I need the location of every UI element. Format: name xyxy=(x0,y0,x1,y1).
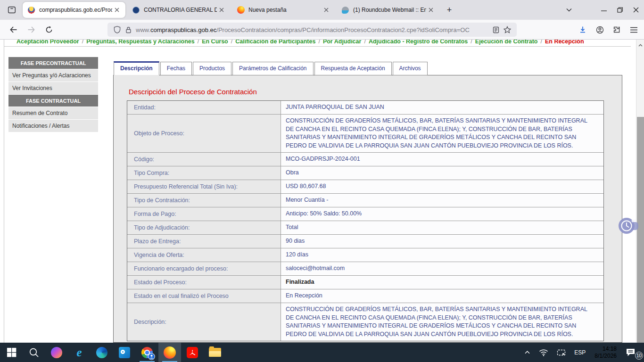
sidebar: FASE PRECONTRACTUALVer Preguntas y/ó Acl… xyxy=(8,57,98,132)
minimize-button[interactable] xyxy=(596,0,612,20)
row-value: saloceci@hotmail.com xyxy=(281,262,603,275)
tab-close-icon[interactable] xyxy=(217,5,226,15)
firefox-favicon xyxy=(237,6,245,14)
extensions-icon[interactable] xyxy=(609,22,624,37)
row-label: Entidad: xyxy=(127,101,281,114)
floating-timer-widget[interactable] xyxy=(617,215,638,237)
reload-icon[interactable] xyxy=(41,22,57,37)
table-row: Entidad:JUNTA PARROQUIAL DE SAN JUAN xyxy=(127,101,603,115)
table-row: Vigencia de Oferta:120 días xyxy=(127,248,603,262)
breadcrumb-link[interactable]: Por Adjudicar xyxy=(323,40,362,45)
sidebar-item[interactable]: Ver Invitaciones xyxy=(8,82,98,94)
file-explorer-taskbar-icon[interactable] xyxy=(204,343,226,362)
shield-icon[interactable] xyxy=(111,25,123,35)
breadcrumb-separator: / xyxy=(537,40,545,45)
firefox-view-icon[interactable] xyxy=(5,3,19,17)
sidebar-item[interactable]: Ver Preguntas y/ó Aclaraciones xyxy=(8,69,98,82)
tab-close-icon[interactable] xyxy=(322,5,331,15)
bookmark-star-icon[interactable] xyxy=(502,25,513,35)
row-value: CONSTRUCCIÓN DE GRADERÍOS METÁLICOS, BAR… xyxy=(281,115,603,152)
wifi-icon[interactable] xyxy=(535,343,553,362)
content-tab[interactable]: Archivos xyxy=(393,62,428,75)
scrollbar-up-icon[interactable] xyxy=(636,41,644,49)
sidebar-item[interactable]: Notificaciones / Alertas xyxy=(8,120,98,132)
table-row: Objeto de Proceso:CONSTRUCCIÓN DE GRADER… xyxy=(127,115,603,153)
tab-list-chevron-icon[interactable] xyxy=(561,0,577,20)
browser-tab[interactable]: (1) Roundcube Webmail :: Entra xyxy=(337,2,439,18)
tab-favicon xyxy=(132,6,140,14)
internet-explorer-taskbar-icon[interactable]: e xyxy=(68,343,91,362)
restore-button[interactable] xyxy=(612,0,628,20)
browser-tab[interactable]: compraspublicas.gob.ec/Proces xyxy=(23,2,125,18)
close-window-button[interactable] xyxy=(628,0,644,20)
row-label: Código: xyxy=(127,153,281,166)
row-value: 120 días xyxy=(281,248,603,262)
breadcrumb-link[interactable]: Ejecución de Contrato xyxy=(475,40,538,45)
breadcrumb-separator: / xyxy=(79,40,86,45)
table-row: Plazo de Entrega:90 dias xyxy=(127,235,603,248)
back-icon[interactable] xyxy=(6,22,21,37)
forward-icon[interactable] xyxy=(24,22,39,37)
account-icon[interactable] xyxy=(592,22,607,37)
breadcrumb-link[interactable]: En Curso xyxy=(202,40,228,45)
breadcrumb-link[interactable]: Calificación de Participantes xyxy=(235,40,315,45)
download-icon[interactable] xyxy=(575,22,590,37)
windows-taskbar: e ESP 14:18 8/1/2026 10 xyxy=(0,343,644,362)
taskbar-apps: e xyxy=(0,343,226,362)
content-tab[interactable]: Parámetros de Calificación xyxy=(232,62,313,75)
breadcrumb-separator: / xyxy=(468,40,475,45)
windows-start-taskbar-icon[interactable] xyxy=(0,343,23,362)
page-scrollbar[interactable] xyxy=(636,40,644,343)
chrome-taskbar-icon[interactable] xyxy=(136,343,158,362)
row-value: Menor Cuantía - xyxy=(281,194,603,207)
browser-toolbar: www.compraspublicas.gob.ec/ProcesoContra… xyxy=(0,20,644,40)
firefox-taskbar-icon[interactable] xyxy=(158,343,181,362)
table-row: Tipo Compra:Obra xyxy=(127,166,603,180)
row-value: Anticipo: 50% Saldo: 50.00% xyxy=(281,207,603,221)
table-row: Estado del Proceso:Finalizada xyxy=(127,276,603,289)
edge-taskbar-icon[interactable] xyxy=(91,343,113,362)
breadcrumb-separator: / xyxy=(195,40,202,45)
table-row: Código:MCO-GADPRSJP-2024-001 xyxy=(127,153,603,166)
browser-tab[interactable]: Nueva pestaña xyxy=(232,2,335,18)
tab-title: CONTRALORIA GENERAL DEL E xyxy=(144,7,217,13)
content-tabs: DescripciónFechasProductosParámetros de … xyxy=(114,61,429,75)
row-label: Presupuesto Referencial Total (Sin Iva): xyxy=(127,180,281,193)
breadcrumb-link[interactable]: Preguntas, Respuestas y Aclaraciones xyxy=(86,40,195,45)
reader-mode-icon[interactable] xyxy=(490,25,502,35)
table-row: Presupuesto Referencial Total (Sin Iva):… xyxy=(127,180,603,194)
row-value: JUNTA PARROQUIAL DE SAN JUAN xyxy=(281,101,603,114)
breadcrumb-link[interactable]: Aceptación Proveedor xyxy=(17,40,79,45)
language-indicator[interactable]: ESP xyxy=(570,343,590,362)
breadcrumb-link[interactable]: Adjudicado - Registro de Contratos xyxy=(369,40,468,45)
tray-chevron-up-icon[interactable] xyxy=(520,343,535,362)
tab-close-icon[interactable] xyxy=(426,5,436,15)
new-tab-button[interactable]: + xyxy=(442,3,456,17)
row-label: Plazo de Entrega: xyxy=(127,235,281,248)
tab-close-icon[interactable] xyxy=(112,5,122,15)
lock-icon[interactable] xyxy=(123,25,134,35)
clock[interactable]: 14:18 8/1/2026 xyxy=(590,346,621,360)
content-tab[interactable]: Fechas xyxy=(160,62,192,75)
copilot-taskbar-icon[interactable] xyxy=(45,343,68,362)
row-value: CONSTRUCCIÓN DE GRADERÍOS METÁLICOS, BAR… xyxy=(281,303,603,341)
contraloria-favicon xyxy=(132,7,140,14)
menu-icon[interactable] xyxy=(626,22,641,37)
row-value: Obra xyxy=(281,166,603,180)
row-label: Forma de Pago: xyxy=(127,207,281,221)
notification-center-icon[interactable]: 10 xyxy=(621,343,644,362)
content-tab[interactable]: Productos xyxy=(193,62,231,75)
sidebar-item[interactable]: Resumen de Contrato xyxy=(8,107,98,119)
acrobat-taskbar-icon[interactable] xyxy=(181,343,204,362)
outlook-taskbar-icon[interactable] xyxy=(113,343,136,362)
breadcrumb-current: En Recepción xyxy=(545,40,584,45)
search-taskbar-icon[interactable] xyxy=(23,343,45,362)
connect-display-icon[interactable] xyxy=(553,343,570,362)
content-tab[interactable]: Respuesta de Aceptación xyxy=(314,62,392,75)
url-bar[interactable]: www.compraspublicas.gob.ec/ProcesoContra… xyxy=(107,23,517,37)
browser-tab[interactable]: CONTRALORIA GENERAL DEL E xyxy=(127,2,230,18)
content-tab[interactable]: Descripción xyxy=(114,61,159,75)
toolbar-right-icons xyxy=(573,22,641,37)
table-row: Descripción:CONSTRUCCIÓN DE GRADERÍOS ME… xyxy=(127,303,603,341)
table-row: Tipo de Contratación:Menor Cuantía - xyxy=(127,194,603,207)
